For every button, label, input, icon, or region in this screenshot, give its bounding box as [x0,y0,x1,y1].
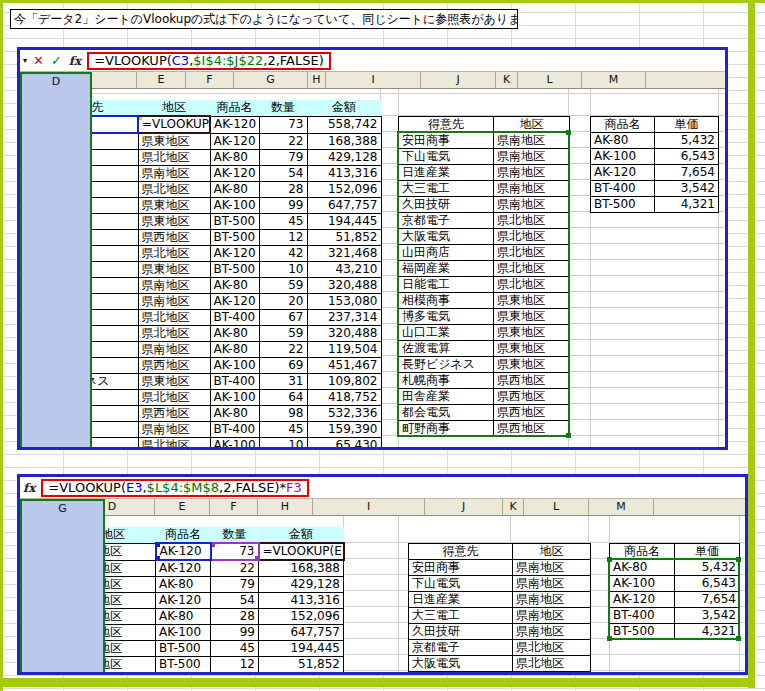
cell[interactable]: 168,388 [307,133,381,150]
sheet-area[interactable]: 得意先 地区 商品名 数量 金額 大三電工県南地区AK-12073=VLOOKU… [20,516,745,672]
cell[interactable]: 647,757 [259,625,344,641]
cell[interactable]: 県北地区 [138,182,210,198]
cell[interactable]: 54 [259,166,307,182]
cell[interactable]: 22 [211,560,259,577]
cell[interactable]: 県西地区 [71,657,156,673]
cell[interactable]: 73 [211,543,259,560]
cell[interactable]: AK-120 [210,246,259,262]
cell[interactable]: 京都電子 [33,326,138,342]
cell[interactable]: 田舎産業 [399,389,494,405]
cell[interactable]: 京都電子 [33,182,138,198]
cell[interactable]: 28 [211,609,259,625]
col-header[interactable]: G [234,72,308,89]
cell[interactable]: 福岡産業 [33,310,138,326]
cell[interactable]: AK-120 [610,592,675,608]
cell[interactable]: 647,757 [307,198,381,214]
cell[interactable]: 下山電気 [21,593,71,609]
cell[interactable]: 43,210 [307,262,381,278]
cell[interactable]: 県北地区 [71,577,156,593]
cell[interactable]: 119,504 [307,342,381,358]
namebox-dropdown-icon[interactable]: ▾ [23,56,27,65]
cell[interactable]: 大三電工 [409,608,513,624]
col-header[interactable]: C [32,72,137,89]
cell[interactable]: 県南地区 [138,278,210,294]
cell[interactable]: AK-120 [156,593,211,609]
cell[interactable]: 県西地区 [138,358,210,374]
cell[interactable]: 413,316 [307,166,381,182]
cell[interactable]: AK-80 [610,560,675,576]
cell[interactable]: AK-120 [210,166,259,182]
cell[interactable]: AK-120 [210,133,259,150]
col-header[interactable]: H [258,499,313,516]
cell[interactable]: 6,543 [675,576,740,592]
cell[interactable]: 98 [259,406,307,422]
col-header[interactable]: F [186,72,234,89]
cell[interactable]: 79 [211,577,259,593]
cell[interactable]: 558,742 [307,116,381,133]
cell[interactable]: 3,542 [675,608,740,624]
cell[interactable]: 県西地区 [494,373,570,389]
cell[interactable]: 4,321 [675,624,740,640]
cell[interactable]: 佐渡電算 [399,341,494,357]
cell[interactable]: 博多電気 [33,198,138,214]
col-header[interactable]: E [155,499,210,516]
cell[interactable]: 県東地区 [494,293,570,309]
cell[interactable]: 県北地区 [513,640,591,656]
formula-input[interactable]: =VLOOKUP(C3,$I$4:$J$22,2,FALSE) [87,52,331,70]
cell[interactable]: 日進産業 [399,165,494,181]
cell[interactable]: BT-500 [610,624,675,640]
cell[interactable]: 大阪電気 [399,229,494,245]
cell[interactable]: 福岡産業 [33,390,138,406]
cell[interactable]: 相模商事 [33,133,138,150]
cell[interactable]: AK-80 [210,150,259,166]
cell[interactable]: 県東地区 [138,214,210,230]
cell[interactable]: 79 [259,150,307,166]
cell[interactable]: 28 [259,182,307,198]
cell[interactable]: 県南地区 [513,592,591,608]
col-header[interactable]: F [210,499,258,516]
cell[interactable]: 県西地区 [494,405,570,421]
cell[interactable]: 安田商事 [399,133,494,149]
cell[interactable]: 県東地区 [71,560,156,577]
cell[interactable]: AK-80 [210,342,259,358]
cell[interactable]: AK-100 [210,438,259,448]
cell[interactable]: 県北地区 [494,261,570,277]
cell[interactable]: 大三電工 [399,181,494,197]
cell[interactable]: 県北地区 [494,245,570,261]
cell[interactable]: 7,654 [675,592,740,608]
cell[interactable]: 相模商事 [399,293,494,309]
cell[interactable]: AK-100 [210,198,259,214]
cell[interactable]: 県東地区 [71,625,156,641]
cell[interactable]: 168,388 [259,560,344,577]
cell[interactable]: 4,321 [655,197,719,213]
cell[interactable]: 博多電気 [33,262,138,278]
col-header[interactable]: M [582,72,646,89]
cell[interactable]: AK-80 [210,406,259,422]
cell[interactable]: 418,752 [307,390,381,406]
cell[interactable]: 大三電工 [21,543,71,560]
cell[interactable]: 22 [259,133,307,150]
cell[interactable]: 県西地区 [494,421,570,437]
cell[interactable]: 京都電子 [409,640,513,656]
cell[interactable]: 22 [259,342,307,358]
cell[interactable]: 久田技研 [399,197,494,213]
col-header[interactable]: D [70,499,155,516]
cell[interactable]: 大三電工 [33,422,138,438]
cell[interactable]: 県南地区 [71,593,156,609]
cell[interactable]: 20 [259,294,307,310]
cell[interactable]: AK-100 [210,358,259,374]
col-header[interactable]: H [308,72,326,89]
cell[interactable]: 51,852 [259,657,344,673]
col-header[interactable]: C [20,499,70,516]
cell[interactable]: 5,432 [655,133,719,149]
cell[interactable]: 10 [259,438,307,448]
cell[interactable]: 安田商事 [409,560,513,576]
cell[interactable]: 山口工業 [33,214,138,230]
cell[interactable]: 429,128 [259,577,344,593]
sheet-area[interactable]: 者 得意先 地区 商品名 数量 金額 大三電工=VLOOKUP(AK-12073… [20,89,725,447]
cell[interactable]: 県南地区 [494,149,570,165]
cell[interactable]: 県東地区 [494,357,570,373]
cell[interactable]: =VLOOKUP( [138,116,210,133]
cell[interactable]: 下山電気 [33,294,138,310]
cell[interactable]: 県北地区 [138,150,210,166]
